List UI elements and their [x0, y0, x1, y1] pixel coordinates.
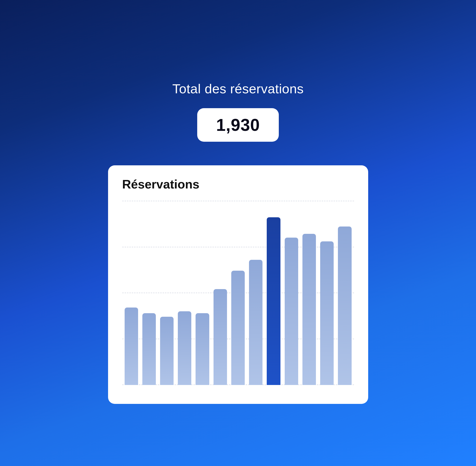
main-container: Total des réservations 1,930 Réservation…	[108, 62, 368, 404]
chart-bar-5	[195, 313, 209, 385]
chart-bar-3	[160, 317, 173, 385]
chart-bar-1	[125, 307, 138, 385]
header-section: Total des réservations 1,930	[108, 62, 368, 170]
chart-bar-8	[249, 260, 262, 385]
chart-bar-7	[231, 271, 245, 385]
chart-bar-13	[338, 226, 351, 385]
bars-container	[122, 201, 354, 385]
chart-bar-12	[320, 241, 334, 385]
page-title: Total des réservations	[172, 81, 304, 96]
total-value: 1,930	[216, 116, 260, 134]
chart-card: Réservations	[108, 165, 368, 404]
chart-bar-2	[142, 313, 156, 385]
chart-bar-10	[285, 238, 298, 385]
chart-bar-9	[267, 217, 280, 385]
total-value-badge: 1,930	[197, 108, 279, 142]
chart-title: Réservations	[122, 177, 354, 191]
chart-bar-6	[214, 289, 227, 385]
chart-bar-11	[303, 234, 316, 385]
chart-bar-4	[178, 311, 191, 385]
chart-area	[122, 201, 354, 385]
